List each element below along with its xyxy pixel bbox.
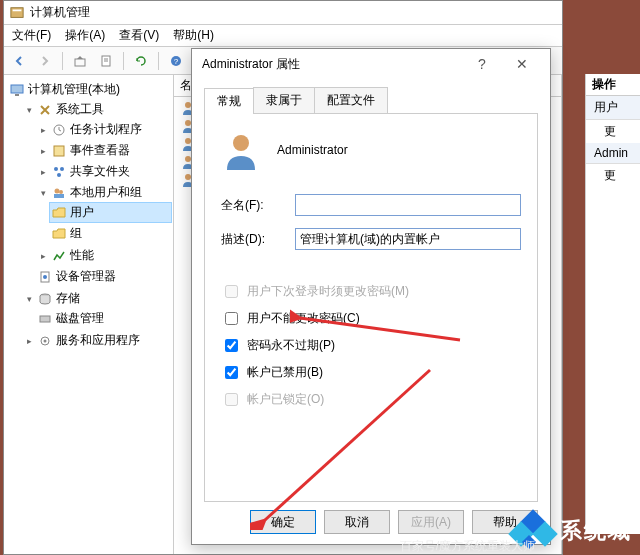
expand-icon[interactable]: ▸ bbox=[24, 336, 34, 346]
svg-rect-8 bbox=[11, 85, 23, 93]
svg-point-13 bbox=[60, 167, 64, 171]
check-disabled[interactable]: 帐户已禁用(B) bbox=[221, 359, 521, 386]
cancel-button[interactable]: 取消 bbox=[324, 510, 390, 534]
tab-profile[interactable]: 配置文件 bbox=[314, 87, 388, 113]
tab-general-content: Administrator 全名(F): 描述(D): 用户下次登录时须更改密码… bbox=[204, 114, 538, 502]
dialog-titlebar[interactable]: Administrator 属性 ? ✕ bbox=[192, 49, 550, 79]
collapse-icon[interactable]: ▾ bbox=[24, 105, 34, 115]
tree-storage[interactable]: ▾存储 bbox=[22, 289, 171, 308]
device-icon bbox=[38, 270, 52, 284]
tree-device-mgr[interactable]: 设备管理器 bbox=[36, 267, 171, 286]
description-label: 描述(D): bbox=[221, 231, 295, 248]
check-cannot-change[interactable]: 用户不能更改密码(C) bbox=[221, 305, 521, 332]
tools-icon bbox=[38, 103, 52, 117]
users-icon bbox=[52, 186, 66, 200]
svg-point-14 bbox=[57, 173, 61, 177]
app-icon bbox=[10, 6, 24, 20]
menu-file[interactable]: 文件(F) bbox=[12, 27, 51, 44]
svg-point-23 bbox=[44, 339, 47, 342]
tree-event-viewer[interactable]: ▸事件查看器 bbox=[36, 141, 171, 160]
tab-memberof[interactable]: 隶属于 bbox=[253, 87, 315, 113]
tab-bar: 常规 隶属于 配置文件 bbox=[204, 87, 538, 114]
apply-button[interactable]: 应用(A) bbox=[398, 510, 464, 534]
tree-panel: 计算机管理(本地) ▾系统工具 ▸任务计划程序 ▸事件查看器 ▸共享文件夹 ▾本… bbox=[4, 75, 174, 554]
tree-services[interactable]: ▸服务和应用程序 bbox=[22, 331, 171, 350]
expand-icon[interactable]: ▸ bbox=[38, 125, 48, 135]
clock-icon bbox=[52, 123, 66, 137]
titlebar: 计算机管理 bbox=[4, 1, 562, 25]
expand-icon[interactable]: ▸ bbox=[38, 251, 48, 261]
actions-header: 操作 bbox=[586, 74, 640, 96]
help-button[interactable]: ? bbox=[464, 52, 500, 76]
svg-rect-0 bbox=[11, 7, 23, 17]
tree-users[interactable]: 用户 bbox=[50, 203, 171, 222]
event-icon bbox=[52, 144, 66, 158]
svg-point-12 bbox=[54, 167, 58, 171]
tree-system-tools[interactable]: ▾系统工具 bbox=[22, 100, 171, 119]
close-button[interactable]: ✕ bbox=[504, 52, 540, 76]
actions-item[interactable]: 更 bbox=[586, 164, 640, 187]
expand-icon[interactable]: ▸ bbox=[38, 167, 48, 177]
refresh-button[interactable] bbox=[130, 50, 152, 72]
check-locked: 帐户已锁定(O) bbox=[221, 386, 521, 413]
tree-local-users[interactable]: ▾本地用户和组 bbox=[36, 183, 171, 202]
tree-task-scheduler[interactable]: ▸任务计划程序 bbox=[36, 120, 171, 139]
menu-view[interactable]: 查看(V) bbox=[119, 27, 159, 44]
tree-groups[interactable]: 组 bbox=[50, 224, 171, 243]
tree-root[interactable]: 计算机管理(本地) bbox=[8, 80, 171, 99]
svg-text:?: ? bbox=[174, 57, 179, 66]
app-title: 计算机管理 bbox=[30, 4, 90, 21]
check-must-change: 用户下次登录时须更改密码(M) bbox=[221, 278, 521, 305]
storage-icon bbox=[38, 292, 52, 306]
actions-panel: 操作 用户 更 Admin 更 bbox=[585, 74, 640, 534]
expand-icon[interactable]: ▸ bbox=[38, 146, 48, 156]
svg-point-15 bbox=[55, 188, 60, 193]
description-input[interactable] bbox=[295, 228, 521, 250]
svg-rect-17 bbox=[54, 194, 64, 198]
up-button[interactable] bbox=[69, 50, 91, 72]
computer-icon bbox=[10, 83, 24, 97]
tree-shared-folders[interactable]: ▸共享文件夹 bbox=[36, 162, 171, 181]
svg-rect-9 bbox=[15, 94, 19, 96]
fullname-label: 全名(F): bbox=[221, 197, 295, 214]
actions-section-users: 用户 bbox=[586, 96, 640, 120]
username-label: Administrator bbox=[277, 143, 348, 157]
user-avatar-icon bbox=[221, 130, 261, 170]
collapse-icon[interactable]: ▾ bbox=[38, 188, 48, 198]
separator bbox=[123, 52, 124, 70]
svg-rect-1 bbox=[13, 9, 22, 11]
tree-disk-mgmt[interactable]: 磁盘管理 bbox=[36, 309, 171, 328]
svg-rect-21 bbox=[40, 316, 50, 322]
watermark-text: 系统城 bbox=[560, 516, 632, 546]
tree-performance[interactable]: ▸性能 bbox=[36, 246, 171, 265]
watermark-subtext: 百家号/魔方系统重装大师 bbox=[400, 538, 535, 555]
svg-point-16 bbox=[59, 190, 63, 194]
share-icon bbox=[52, 165, 66, 179]
svg-rect-2 bbox=[75, 59, 85, 66]
folder-icon bbox=[52, 227, 66, 241]
button-row: 确定 取消 应用(A) 帮助 bbox=[204, 502, 538, 534]
fullname-input[interactable] bbox=[295, 194, 521, 216]
collapse-icon[interactable]: ▾ bbox=[24, 294, 34, 304]
dialog-title: Administrator 属性 bbox=[202, 56, 300, 73]
help-button[interactable]: ? bbox=[165, 50, 187, 72]
ok-button[interactable]: 确定 bbox=[250, 510, 316, 534]
properties-dialog: Administrator 属性 ? ✕ 常规 隶属于 配置文件 Adminis… bbox=[191, 48, 551, 545]
menu-help[interactable]: 帮助(H) bbox=[173, 27, 214, 44]
actions-item[interactable]: 更 bbox=[586, 120, 640, 143]
tab-general[interactable]: 常规 bbox=[204, 88, 254, 114]
separator bbox=[62, 52, 63, 70]
svg-rect-11 bbox=[54, 146, 64, 156]
forward-button[interactable] bbox=[34, 50, 56, 72]
disk-icon bbox=[38, 312, 52, 326]
properties-button[interactable] bbox=[95, 50, 117, 72]
perf-icon bbox=[52, 249, 66, 263]
menu-action[interactable]: 操作(A) bbox=[65, 27, 105, 44]
folder-icon bbox=[52, 206, 66, 220]
back-button[interactable] bbox=[8, 50, 30, 72]
menubar: 文件(F) 操作(A) 查看(V) 帮助(H) bbox=[4, 25, 562, 47]
svg-point-19 bbox=[43, 275, 47, 279]
actions-section-admin: Admin bbox=[586, 143, 640, 164]
services-icon bbox=[38, 334, 52, 348]
check-never-expire[interactable]: 密码永不过期(P) bbox=[221, 332, 521, 359]
